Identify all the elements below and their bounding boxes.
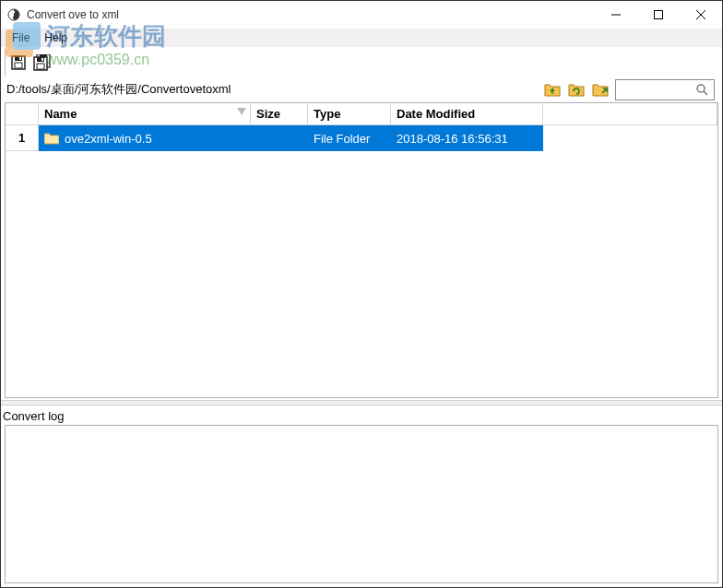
search-box[interactable] [615,79,715,100]
column-spacer [543,103,717,124]
minimize-button[interactable] [595,1,637,29]
column-rownum[interactable] [6,103,39,124]
log-area[interactable] [5,425,718,583]
search-icon[interactable] [695,83,714,96]
close-button[interactable] [680,1,722,29]
log-label: Convert log [1,406,722,423]
column-date[interactable]: Date Modified [391,103,543,124]
titlebar: Convert ove to xml [1,1,722,29]
file-list: Name Size Type Date Modified 1 ove2xml-w… [5,102,718,398]
search-input[interactable] [616,83,695,96]
menubar: File Help [1,29,722,47]
menu-file[interactable]: File [5,29,37,46]
maximize-button[interactable] [637,1,680,29]
pathbar: D:/tools/桌面/河东软件园/Convertovetoxml [1,76,722,102]
svg-point-17 [697,85,705,92]
path-text: D:/tools/桌面/河东软件园/Convertovetoxml [6,81,538,98]
svg-point-2 [13,16,15,18]
table-header: Name Size Type Date Modified [6,103,717,125]
column-size[interactable]: Size [251,103,308,124]
cell-size [251,125,308,151]
app-icon [6,7,21,22]
window-title: Convert ove to xml [27,8,595,21]
svg-rect-9 [19,57,21,60]
save-button[interactable] [7,52,30,74]
column-name[interactable]: Name [39,103,251,124]
table-row[interactable]: 1 ove2xml-win-0.5 File Folder 2018-08-16… [6,125,717,151]
row-number: 1 [6,125,39,151]
folder-up-button[interactable] [543,80,562,99]
svg-rect-4 [655,11,663,19]
column-name-label: Name [44,107,77,121]
cell-name: ove2xml-win-0.5 [39,125,251,151]
folder-open-button[interactable] [591,80,610,99]
svg-point-1 [13,10,15,12]
folder-icon [44,132,59,145]
table-body[interactable]: 1 ove2xml-win-0.5 File Folder 2018-08-16… [6,125,717,397]
cell-type: File Folder [308,125,391,151]
column-type[interactable]: Type [308,103,391,124]
folder-refresh-button[interactable] [567,80,586,99]
svg-rect-15 [41,58,43,61]
sort-indicator-icon [237,108,246,115]
cell-name-text: ove2xml-win-0.5 [65,132,152,146]
toolbar [5,49,718,76]
cell-date: 2018-08-16 16:56:31 [391,125,543,151]
svg-line-18 [704,91,707,95]
save-all-button[interactable] [31,52,53,74]
menu-help[interactable]: Help [37,29,75,46]
window-controls [595,1,722,28]
